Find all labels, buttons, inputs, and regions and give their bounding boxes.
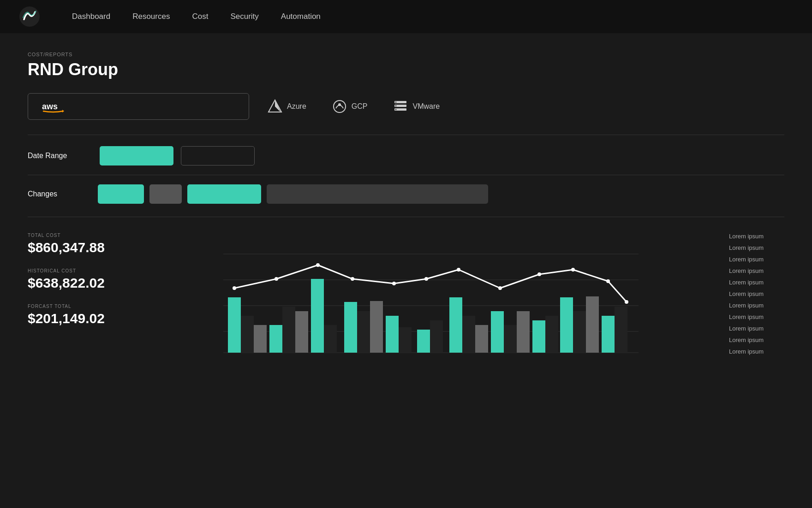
- svg-point-55: [571, 268, 575, 272]
- legend-item-1: Lorem ipsum: [729, 244, 784, 251]
- azure-logo-icon: [268, 99, 282, 114]
- cost-stats: TOTAL COST $860,347.88 HISTORICAL COST $…: [28, 228, 129, 339]
- vmware-logo-icon: [393, 99, 408, 114]
- svg-rect-23: [295, 311, 308, 353]
- svg-rect-21: [269, 325, 282, 353]
- legend-item-10: Lorem ipsum: [729, 348, 784, 355]
- svg-rect-34: [462, 316, 475, 353]
- svg-rect-30: [399, 327, 412, 353]
- date-range-row: Date Range: [28, 146, 784, 175]
- nav-automation[interactable]: Automation: [281, 10, 321, 23]
- legend-item-7: Lorem ipsum: [729, 313, 784, 320]
- svg-point-5: [334, 100, 346, 112]
- legend-item-6: Lorem ipsum: [729, 302, 784, 309]
- nav-security[interactable]: Security: [230, 10, 258, 23]
- svg-rect-43: [586, 296, 599, 353]
- svg-point-6: [338, 103, 341, 106]
- forecast-label: FORCAST TOTAL: [28, 304, 129, 309]
- svg-point-10: [395, 101, 397, 103]
- svg-point-57: [625, 300, 628, 304]
- svg-rect-28: [370, 301, 383, 353]
- azure-label: Azure: [287, 102, 306, 111]
- gcp-label: GCP: [352, 102, 368, 111]
- legend-item-2: Lorem ipsum: [729, 256, 784, 263]
- divider-2: [28, 217, 784, 217]
- svg-point-52: [457, 268, 460, 272]
- svg-point-48: [316, 263, 320, 267]
- svg-point-51: [424, 277, 428, 281]
- provider-gcp[interactable]: GCP: [325, 95, 375, 118]
- svg-rect-19: [241, 316, 254, 353]
- svg-rect-27: [357, 311, 370, 353]
- provider-aws-selected[interactable]: aws: [28, 93, 249, 120]
- nav-dashboard[interactable]: Dashboard: [72, 10, 110, 23]
- svg-rect-37: [504, 325, 517, 353]
- svg-rect-35: [475, 325, 488, 353]
- svg-rect-31: [417, 330, 430, 353]
- legend-item-9: Lorem ipsum: [729, 337, 784, 343]
- svg-rect-39: [532, 320, 545, 353]
- nav-cost[interactable]: Cost: [192, 10, 208, 23]
- svg-point-49: [351, 277, 354, 281]
- changes-row: Changes: [28, 184, 784, 204]
- gcp-logo-icon: [332, 99, 347, 114]
- cost-section: TOTAL COST $860,347.88 HISTORICAL COST $…: [28, 228, 784, 357]
- date-range-label: Date Range: [28, 152, 92, 160]
- chart-legend: Lorem ipsum Lorem ipsum Lorem ipsum Lore…: [729, 228, 784, 355]
- svg-rect-38: [517, 311, 530, 353]
- svg-point-46: [233, 286, 236, 290]
- svg-point-47: [275, 277, 278, 281]
- change-btn-2[interactable]: [149, 184, 182, 204]
- svg-rect-22: [282, 307, 295, 353]
- svg-rect-26: [344, 302, 357, 353]
- svg-point-56: [606, 279, 610, 283]
- provider-row: aws Azure GCP: [28, 93, 784, 120]
- vmware-label: VMware: [412, 102, 440, 111]
- svg-rect-18: [228, 297, 241, 353]
- change-btn-1[interactable]: [98, 184, 144, 204]
- svg-point-50: [392, 282, 396, 285]
- svg-text:aws: aws: [42, 102, 58, 111]
- svg-rect-25: [324, 325, 337, 353]
- svg-rect-36: [491, 311, 504, 353]
- svg-point-12: [395, 109, 397, 110]
- logo: [18, 6, 41, 28]
- svg-marker-2: [62, 110, 64, 112]
- change-btn-3[interactable]: [187, 184, 261, 204]
- legend-item-4: Lorem ipsum: [729, 279, 784, 286]
- date-range-btn1[interactable]: [100, 146, 173, 165]
- date-range-btn2[interactable]: [181, 146, 255, 165]
- nav-resources[interactable]: Resources: [132, 10, 170, 23]
- legend-item-5: Lorem ipsum: [729, 290, 784, 297]
- total-cost-label: TOTAL COST: [28, 233, 129, 238]
- change-btn-4[interactable]: [267, 184, 488, 204]
- historical-cost-label: HISTORICAL COST: [28, 268, 129, 273]
- bar-chart: [148, 228, 714, 357]
- forecast-block: FORCAST TOTAL $201,149.02: [28, 304, 129, 326]
- provider-azure[interactable]: Azure: [260, 95, 314, 118]
- svg-rect-24: [311, 279, 324, 353]
- svg-rect-29: [386, 316, 399, 353]
- page-title: RND Group: [28, 60, 784, 79]
- total-cost-block: TOTAL COST $860,347.88: [28, 233, 129, 255]
- navbar: Dashboard Resources Cost Security Automa…: [0, 0, 812, 33]
- svg-rect-40: [545, 316, 558, 353]
- breadcrumb: COST/REPORTS: [28, 52, 784, 57]
- svg-rect-20: [254, 325, 267, 353]
- svg-point-54: [537, 272, 541, 276]
- legend-item-3: Lorem ipsum: [729, 267, 784, 274]
- legend-item-8: Lorem ipsum: [729, 325, 784, 332]
- svg-point-11: [395, 105, 397, 106]
- forecast-value: $201,149.02: [28, 311, 129, 326]
- historical-cost-block: HISTORICAL COST $638,822.02: [28, 268, 129, 291]
- provider-vmware[interactable]: VMware: [386, 95, 447, 118]
- svg-rect-45: [615, 307, 627, 353]
- svg-rect-33: [449, 297, 462, 353]
- svg-rect-41: [560, 297, 573, 353]
- svg-rect-44: [602, 316, 615, 353]
- divider-1: [28, 135, 784, 135]
- changes-label: Changes: [28, 190, 92, 198]
- svg-rect-42: [573, 311, 586, 353]
- svg-marker-4: [275, 100, 281, 112]
- legend-item-0: Lorem ipsum: [729, 233, 784, 240]
